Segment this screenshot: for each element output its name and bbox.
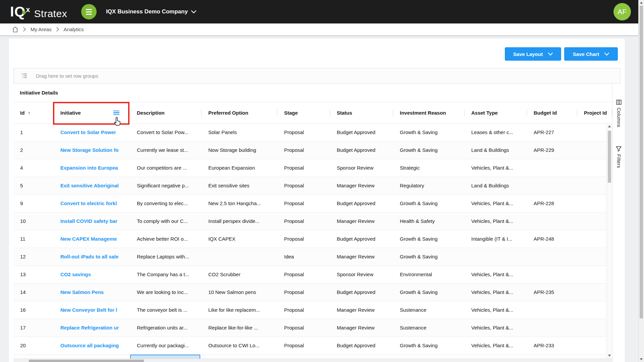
- tab-columns[interactable]: Columns: [616, 100, 622, 127]
- cell-description: Currently we lease st...: [130, 141, 202, 159]
- cell-status: Budget Approved: [330, 284, 393, 301]
- cell-stage: Proposal: [277, 177, 330, 194]
- cell-initiative: New Salmon Pens: [54, 284, 130, 301]
- column-header-label: Budget Id: [534, 110, 557, 116]
- save-layout-label: Save Layout: [513, 51, 543, 57]
- initiative-link[interactable]: CO2 savings: [60, 272, 91, 277]
- cell-status: Manager Review: [330, 213, 393, 230]
- initiative-link[interactable]: Exit sensitive Aboriginal: [60, 183, 119, 188]
- home-icon[interactable]: [12, 26, 18, 33]
- cell-id: 17: [13, 319, 54, 337]
- cell-preferred: Install perspex divide...: [202, 213, 277, 230]
- initiative-link[interactable]: Convert to electric forkl: [60, 200, 117, 206]
- column-header-initiative[interactable]: Initiative: [54, 102, 130, 123]
- cell-id: 11: [13, 230, 54, 248]
- cell-preferred: New 2.5 ton Hangcha...: [202, 195, 277, 212]
- cell-initiative: New CAPEX Manageme: [54, 230, 130, 248]
- cell-initiative: Expansion into Europea: [54, 159, 130, 177]
- cell-initiative: Convert to Solar Power: [54, 124, 130, 141]
- company-selector[interactable]: IQX Business Demo Company: [106, 8, 196, 15]
- column-header-description[interactable]: Description: [130, 102, 202, 123]
- cell-status: Sponsor Review: [330, 159, 393, 177]
- page-scroll-down-arrow[interactable]: [640, 358, 643, 360]
- initiative-link[interactable]: Expansion into Europea: [60, 165, 118, 171]
- breadcrumb-analytics[interactable]: Analytics: [64, 26, 84, 32]
- breadcrumb-separator-icon: [56, 27, 59, 32]
- cell-budget: [527, 177, 577, 194]
- cell-preferred: Solar Panels: [202, 124, 277, 141]
- cell-initiative: Exit sensitive Aboriginal: [54, 177, 130, 194]
- initiative-link[interactable]: New Salmon Pens: [60, 289, 104, 295]
- cell-description: By converting to elec...: [130, 195, 202, 212]
- column-menu-icon[interactable]: [113, 111, 119, 115]
- initiative-link[interactable]: Install COVID safety bar: [60, 218, 117, 224]
- column-header-project-id[interactable]: Project Id: [577, 102, 612, 123]
- cell-asset: Land & Buildings: [465, 177, 527, 194]
- table-row: 14New Salmon PensWe are looking to inc..…: [13, 284, 612, 301]
- save-chart-button[interactable]: Save Chart: [564, 47, 618, 61]
- initiative-link[interactable]: New CAPEX Manageme: [60, 236, 117, 242]
- cell-id: 10: [13, 213, 54, 230]
- initiative-link[interactable]: Outsource all packaging: [60, 343, 119, 348]
- content-card: Save Layout Save Chart Drag here to set …: [9, 39, 625, 362]
- cell-status: Manager Review: [330, 177, 393, 194]
- scroll-down-arrow[interactable]: [608, 355, 611, 357]
- column-header-label: Investment Reason: [400, 110, 446, 116]
- table-row: 11New CAPEX ManagemeAchieve better ROI o…: [13, 230, 612, 248]
- page-scroll-up-arrow[interactable]: [640, 2, 643, 4]
- column-header-preferred-option[interactable]: Preferred Option: [202, 102, 277, 123]
- chevron-down-icon: [191, 10, 196, 13]
- cell-initiative: Convert to electric forkl: [54, 195, 130, 212]
- column-header-label: Description: [137, 110, 165, 116]
- cell-budget: [527, 213, 577, 230]
- column-header-budget-id[interactable]: Budget Id: [527, 102, 577, 123]
- column-header-investment-reason[interactable]: Investment Reason: [393, 102, 465, 123]
- initiative-link[interactable]: Replace Refrigeration ur: [60, 325, 119, 330]
- grid-horizontal-scrollbar[interactable]: [13, 359, 612, 362]
- avatar[interactable]: AF: [613, 3, 631, 20]
- cell-id: 1: [13, 124, 54, 141]
- column-header-asset-type[interactable]: Asset Type: [465, 102, 527, 123]
- initiative-link[interactable]: New Storage Solution fo: [60, 147, 118, 153]
- cell-budget: APR-248: [527, 230, 577, 248]
- grid-vertical-scrollbar[interactable]: [606, 123, 612, 359]
- cell-id: 4: [13, 159, 54, 177]
- page-scrollbar-thumb[interactable]: [640, 6, 643, 318]
- cell-preferred: Exit sensitive sites: [202, 177, 277, 194]
- initiative-link[interactable]: Roll-out iPads to all sale: [60, 254, 118, 259]
- row-group-icon: [21, 73, 27, 78]
- cell-asset: Vehicles, Plant &...: [465, 337, 527, 354]
- breadcrumb-my-areas[interactable]: My Areas: [31, 26, 52, 32]
- cell-stage: Proposal: [277, 266, 330, 283]
- grid-scrollbar-thumb[interactable]: [608, 131, 611, 183]
- initiative-link[interactable]: Convert to Solar Power: [60, 129, 116, 135]
- column-header-stage[interactable]: Stage: [277, 102, 330, 123]
- hamburger-menu-button[interactable]: [81, 4, 97, 19]
- cell-reason: Environmental: [393, 266, 465, 283]
- chevron-down-icon[interactable]: [548, 53, 553, 56]
- logo-iqx-text: IQ: [10, 5, 25, 19]
- column-header-status[interactable]: Status: [330, 102, 393, 123]
- cell-reason: Growth & Saving: [393, 124, 465, 141]
- cell-description: Our competitors are ...: [130, 159, 202, 177]
- cell-asset: Vehicles, Plant &...: [465, 159, 527, 177]
- cell-reason: Strategic: [393, 159, 465, 177]
- cell-reason: Growth & Saving: [393, 141, 465, 159]
- cell-preferred: Outsource to CWI Lo...: [202, 337, 277, 354]
- cell-preferred: European Expansion: [202, 159, 277, 177]
- save-layout-button[interactable]: Save Layout: [505, 47, 561, 61]
- scroll-up-arrow[interactable]: [608, 125, 611, 127]
- cell-initiative: New Storage Solution fo: [54, 141, 130, 159]
- cell-status: Manager Review: [330, 301, 393, 319]
- cell-description: We are looking to inc...: [130, 284, 202, 301]
- row-group-drop-zone[interactable]: Drag here to set row groups: [13, 68, 620, 83]
- chevron-down-icon[interactable]: [604, 53, 609, 56]
- grid-hscrollbar-thumb[interactable]: [29, 360, 144, 362]
- column-header-id[interactable]: Id↑: [13, 102, 54, 123]
- initiative-link[interactable]: New Conveyor Belt for l: [60, 307, 117, 313]
- cell-preferred: Like for like replacem...: [202, 301, 277, 319]
- cell-reason: Regulatory: [393, 177, 465, 194]
- page-vertical-scrollbar[interactable]: [638, 0, 644, 362]
- cell-budget: [527, 159, 577, 177]
- tab-filters[interactable]: Filters: [616, 146, 622, 168]
